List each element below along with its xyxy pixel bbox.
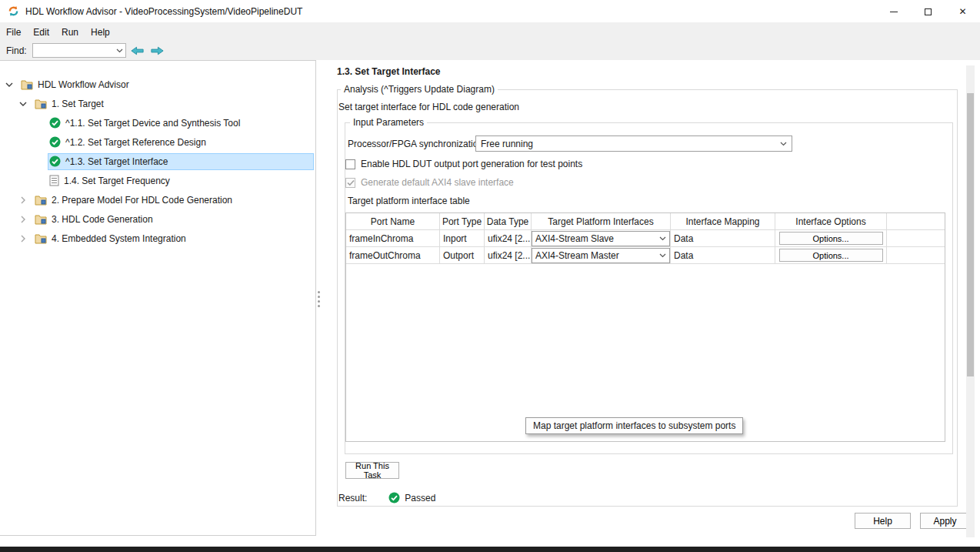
- find-previous-button[interactable]: [129, 43, 146, 59]
- table-row-frameOutChroma: frameOutChroma Outport ufix24 [2... AXI4…: [346, 247, 945, 264]
- sync-dropdown[interactable]: Free running: [475, 135, 792, 152]
- data-type-cell: ufix24 [2...: [485, 247, 532, 263]
- tree-item-label: 4. Embedded System Integration: [52, 233, 186, 244]
- tree-item-label: ^1.3. Set Target Interface: [65, 156, 168, 167]
- input-parameters-label: Input Parameters: [350, 117, 427, 128]
- apply-button[interactable]: Apply: [920, 513, 970, 529]
- interface-dropdown-value: AXI4-Stream Slave: [535, 233, 614, 244]
- title-bar: HDL Workflow Advisor - VideoProcessingSy…: [0, 0, 980, 23]
- column-header-interface-mapping: Interface Mapping: [671, 213, 775, 229]
- dropdown-chevron-icon: [659, 236, 666, 241]
- run-this-task-button[interactable]: Run This Task: [345, 462, 399, 479]
- combo-chevron-icon: [116, 49, 123, 53]
- task-icon: [49, 175, 59, 186]
- port-type-cell: Inport: [440, 230, 485, 246]
- minimize-button[interactable]: [876, 0, 911, 23]
- selected-tree-item[interactable]: ^1.3. Set Target Interface: [48, 153, 314, 170]
- app-icon: [8, 5, 19, 17]
- test-points-checkbox[interactable]: [345, 159, 355, 169]
- table-tooltip: Map target platform interfaces to subsys…: [525, 417, 743, 434]
- tree-item-label: 1.4. Set Target Frequency: [64, 176, 170, 186]
- tree-item-label: HDL Workflow Advisor: [38, 79, 129, 90]
- expander-collapsed-icon[interactable]: [18, 215, 28, 224]
- column-header-target-platform-interfaces: Target Platform Interfaces: [532, 213, 671, 229]
- filler-cell: [887, 230, 945, 246]
- splitter-grip-icon: [318, 300, 320, 303]
- sync-label: Processor/FPGA synchronization:: [348, 139, 485, 149]
- column-header-data-type: Data Type: [485, 213, 532, 229]
- options-button-frameInChroma[interactable]: Options...: [779, 232, 883, 245]
- find-toolbar: Find:: [0, 41, 980, 60]
- table-header-row: Port Name Port Type Data Type Target Pla…: [346, 213, 945, 230]
- test-points-checkbox-row: Enable HDL DUT output port generation fo…: [345, 159, 582, 169]
- close-icon: ✕: [958, 7, 966, 16]
- test-points-checkbox-label: Enable HDL DUT output port generation fo…: [361, 159, 582, 169]
- axi4-slave-checkbox-label: Generate default AXI4 slave interface: [361, 177, 514, 188]
- find-label: Find:: [6, 45, 27, 56]
- folder-icon: [21, 79, 33, 90]
- analysis-groupbox-label: Analysis (^Triggers Update Diagram): [341, 84, 498, 95]
- menu-file[interactable]: File: [0, 23, 27, 41]
- find-next-button[interactable]: [149, 43, 166, 59]
- tree-item-1-1-set-target-device[interactable]: ^1.1. Set Target Device and Synthesis To…: [0, 113, 315, 132]
- tree-item-1-3-set-target-interface[interactable]: ^1.3. Set Target Interface: [0, 152, 315, 171]
- interface-dropdown-frameInChroma[interactable]: AXI4-Stream Slave: [532, 231, 670, 246]
- table-row-frameInChroma: frameInChroma Inport ufix24 [2... AXI4-S…: [346, 230, 945, 247]
- result-passed-check-icon: [388, 492, 400, 503]
- minimize-icon: [890, 12, 898, 12]
- panel-splitter[interactable]: [316, 60, 322, 536]
- tree-item-1-4-set-target-frequency[interactable]: 1.4. Set Target Frequency: [0, 171, 315, 190]
- folder-icon: [35, 214, 47, 225]
- sync-dropdown-value: Free running: [481, 139, 533, 149]
- interface-dropdown-value: AXI4-Stream Master: [535, 250, 619, 261]
- close-button[interactable]: ✕: [945, 0, 980, 23]
- tree-item-label: 2. Prepare Model For HDL Code Generation: [52, 195, 232, 206]
- tree-item-1-2-set-target-reference[interactable]: ^1.2. Set Target Reference Design: [0, 132, 315, 152]
- vertical-scrollbar[interactable]: [966, 65, 975, 537]
- splitter-grip-icon: [318, 296, 320, 298]
- tree-item-set-target[interactable]: 1. Set Target: [0, 94, 315, 113]
- splitter-grip-icon: [318, 305, 320, 307]
- data-type-cell: ufix24 [2...: [485, 230, 532, 246]
- dropdown-chevron-icon: [780, 142, 787, 146]
- interface-dropdown-frameOutChroma[interactable]: AXI4-Stream Master: [532, 248, 670, 263]
- window-title: HDL Workflow Advisor - VideoProcessingSy…: [25, 6, 302, 17]
- port-type-cell: Outport: [440, 247, 485, 263]
- tree-item-4-embedded-system[interactable]: 4. Embedded System Integration: [0, 229, 315, 248]
- find-input[interactable]: [32, 43, 126, 58]
- tree-item-label: 1. Set Target: [52, 99, 104, 109]
- help-button[interactable]: Help: [855, 513, 911, 529]
- expander-expanded-icon[interactable]: [18, 99, 28, 109]
- folder-icon: [35, 233, 47, 244]
- expander-expanded-icon[interactable]: [5, 80, 14, 89]
- find-back-icon: [130, 45, 145, 56]
- tree-item-3-hdl-code-generation[interactable]: 3. HDL Code Generation: [0, 209, 315, 229]
- tree-item-hdl-workflow-advisor[interactable]: HDL Workflow Advisor: [0, 75, 315, 94]
- passed-check-icon: [49, 156, 61, 167]
- scrollbar-thumb[interactable]: [967, 93, 974, 376]
- options-button-frameOutChroma[interactable]: Options...: [779, 249, 883, 262]
- axi4-slave-checkbox: [345, 178, 355, 188]
- expander-collapsed-icon[interactable]: [18, 196, 28, 205]
- menu-bar: File Edit Run Help: [0, 23, 980, 41]
- workflow-tree: HDL Workflow Advisor 1. Set Target: [0, 61, 315, 248]
- filler-cell: [887, 247, 945, 263]
- maximize-button[interactable]: [911, 0, 945, 23]
- folder-icon: [35, 99, 47, 109]
- passed-check-icon: [49, 117, 61, 129]
- menu-help[interactable]: Help: [85, 23, 116, 41]
- interface-table-label: Target platform interface table: [348, 196, 470, 206]
- tree-item-label: ^1.1. Set Target Device and Synthesis To…: [65, 118, 240, 129]
- menu-run[interactable]: Run: [55, 23, 85, 41]
- tree-item-2-prepare-model[interactable]: 2. Prepare Model For HDL Code Generation: [0, 190, 315, 209]
- interface-mapping-cell[interactable]: Data: [671, 230, 775, 246]
- task-title: 1.3. Set Target Interface: [337, 66, 441, 77]
- interface-mapping-cell[interactable]: Data: [671, 247, 775, 263]
- column-header-port-type: Port Type: [440, 213, 485, 229]
- expander-collapsed-icon[interactable]: [18, 234, 28, 243]
- result-row: Result: Passed: [338, 492, 435, 503]
- menu-edit[interactable]: Edit: [27, 23, 55, 41]
- port-name-cell: frameOutChroma: [346, 247, 440, 263]
- window-bottom-edge: [0, 547, 980, 552]
- passed-check-icon: [49, 136, 61, 148]
